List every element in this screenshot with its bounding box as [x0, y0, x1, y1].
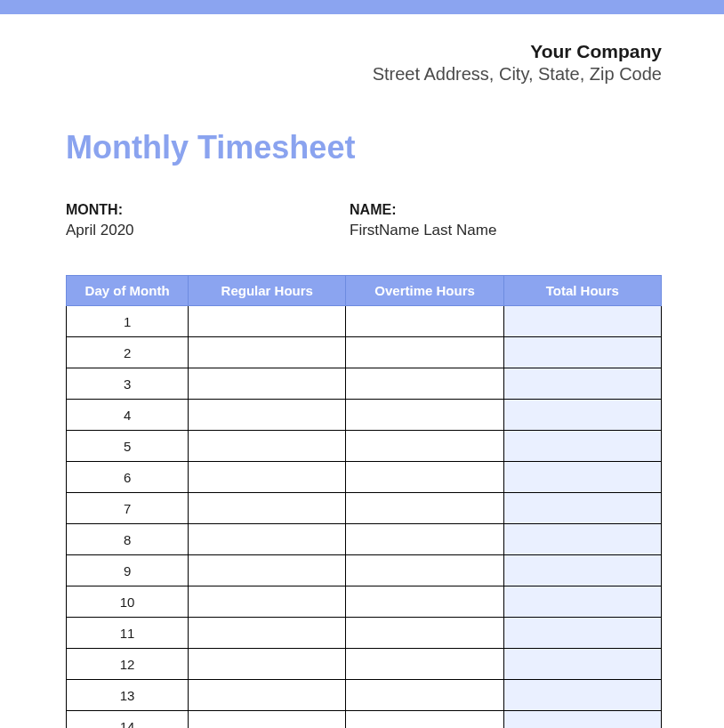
document-page: Your Company Street Address, City, State… — [0, 14, 724, 728]
table-row: 8 — [67, 524, 662, 555]
cell-overtime[interactable] — [346, 400, 503, 431]
cell-total — [503, 462, 661, 493]
timesheet-table: Day of Month Regular Hours Overtime Hour… — [66, 275, 662, 728]
cell-total — [503, 649, 661, 680]
cell-total — [503, 431, 661, 462]
table-row: 2 — [67, 337, 662, 368]
cell-day: 14 — [67, 711, 189, 729]
cell-overtime[interactable] — [346, 306, 503, 337]
cell-regular[interactable] — [189, 555, 346, 586]
cell-overtime[interactable] — [346, 555, 503, 586]
cell-day: 1 — [67, 306, 189, 337]
cell-overtime[interactable] — [346, 711, 503, 729]
cell-regular[interactable] — [189, 431, 346, 462]
cell-overtime[interactable] — [346, 649, 503, 680]
table-row: 9 — [67, 555, 662, 586]
cell-day: 7 — [67, 493, 189, 524]
table-row: 12 — [67, 649, 662, 680]
table-row: 14 — [67, 711, 662, 729]
cell-regular[interactable] — [189, 306, 346, 337]
cell-total — [503, 368, 661, 400]
company-address: Street Address, City, State, Zip Code — [66, 64, 662, 85]
cell-total — [503, 618, 661, 649]
table-header-row: Day of Month Regular Hours Overtime Hour… — [67, 276, 662, 306]
cell-total — [503, 524, 661, 555]
company-name: Your Company — [66, 41, 662, 62]
table-row: 6 — [67, 462, 662, 493]
month-value: April 2020 — [66, 222, 350, 239]
cell-overtime[interactable] — [346, 493, 503, 524]
cell-day: 6 — [67, 462, 189, 493]
cell-regular[interactable] — [189, 524, 346, 555]
table-row: 10 — [67, 586, 662, 618]
cell-day: 11 — [67, 618, 189, 649]
cell-total — [503, 711, 661, 729]
header-regular: Regular Hours — [189, 276, 346, 306]
cell-day: 10 — [67, 586, 189, 618]
cell-day: 8 — [67, 524, 189, 555]
cell-total — [503, 555, 661, 586]
cell-day: 3 — [67, 368, 189, 400]
name-label: NAME: — [350, 202, 662, 218]
cell-total — [503, 493, 661, 524]
cell-overtime[interactable] — [346, 524, 503, 555]
table-row: 1 — [67, 306, 662, 337]
cell-regular[interactable] — [189, 493, 346, 524]
cell-overtime[interactable] — [346, 680, 503, 711]
cell-total — [503, 680, 661, 711]
cell-regular[interactable] — [189, 711, 346, 729]
company-header: Your Company Street Address, City, State… — [66, 41, 662, 85]
table-row: 7 — [67, 493, 662, 524]
page-title: Monthly Timesheet — [66, 129, 662, 166]
header-total: Total Hours — [503, 276, 661, 306]
header-day: Day of Month — [67, 276, 189, 306]
table-row: 4 — [67, 400, 662, 431]
cell-regular[interactable] — [189, 680, 346, 711]
cell-overtime[interactable] — [346, 337, 503, 368]
cell-day: 9 — [67, 555, 189, 586]
table-row: 13 — [67, 680, 662, 711]
cell-regular[interactable] — [189, 462, 346, 493]
cell-day: 12 — [67, 649, 189, 680]
meta-month: MONTH: April 2020 — [66, 202, 350, 239]
cell-regular[interactable] — [189, 586, 346, 618]
table-row: 11 — [67, 618, 662, 649]
table-row: 5 — [67, 431, 662, 462]
cell-day: 2 — [67, 337, 189, 368]
cell-regular[interactable] — [189, 618, 346, 649]
cell-regular[interactable] — [189, 368, 346, 400]
top-accent-bar — [0, 0, 724, 14]
table-row: 3 — [67, 368, 662, 400]
header-overtime: Overtime Hours — [346, 276, 503, 306]
month-label: MONTH: — [66, 202, 350, 218]
cell-day: 5 — [67, 431, 189, 462]
cell-total — [503, 337, 661, 368]
cell-day: 4 — [67, 400, 189, 431]
cell-total — [503, 400, 661, 431]
cell-regular[interactable] — [189, 400, 346, 431]
cell-overtime[interactable] — [346, 586, 503, 618]
cell-regular[interactable] — [189, 337, 346, 368]
cell-overtime[interactable] — [346, 462, 503, 493]
cell-overtime[interactable] — [346, 618, 503, 649]
name-value: FirstName Last Name — [350, 222, 662, 239]
meta-name: NAME: FirstName Last Name — [350, 202, 662, 239]
cell-day: 13 — [67, 680, 189, 711]
cell-overtime[interactable] — [346, 431, 503, 462]
cell-total — [503, 586, 661, 618]
meta-row: MONTH: April 2020 NAME: FirstName Last N… — [66, 202, 662, 239]
cell-total — [503, 306, 661, 337]
cell-regular[interactable] — [189, 649, 346, 680]
cell-overtime[interactable] — [346, 368, 503, 400]
